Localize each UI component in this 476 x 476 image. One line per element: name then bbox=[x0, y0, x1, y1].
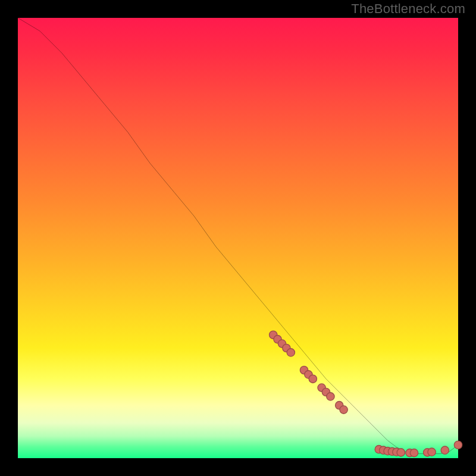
curve-markers bbox=[270, 331, 462, 457]
curve-marker bbox=[340, 406, 347, 414]
curve-marker bbox=[428, 448, 436, 456]
curve-marker bbox=[454, 441, 462, 449]
curve-marker bbox=[410, 449, 418, 456]
curve-marker bbox=[309, 375, 317, 383]
curve-marker bbox=[397, 449, 405, 456]
chart-overlay-svg bbox=[18, 18, 458, 458]
chart-frame: TheBottleneck.com bbox=[0, 0, 476, 476]
attribution-text: TheBottleneck.com bbox=[351, 1, 465, 17]
curve-marker bbox=[327, 393, 334, 400]
curve-marker bbox=[441, 446, 449, 454]
curve-line bbox=[18, 18, 458, 454]
curve-marker bbox=[287, 349, 295, 356]
